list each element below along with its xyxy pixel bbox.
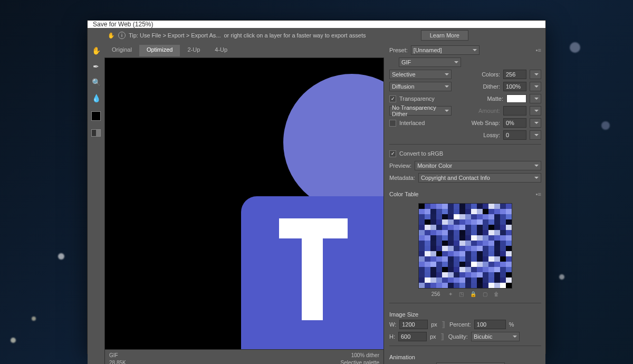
color-swatch[interactable] xyxy=(425,267,430,272)
color-swatch[interactable] xyxy=(430,241,436,246)
color-swatch[interactable] xyxy=(477,246,483,251)
color-swatch[interactable] xyxy=(494,204,500,209)
color-swatch[interactable] xyxy=(471,251,477,256)
color-swatch[interactable] xyxy=(465,272,471,277)
color-swatch[interactable] xyxy=(454,246,459,251)
color-swatch[interactable] xyxy=(459,262,465,267)
color-swatch[interactable] xyxy=(471,225,477,230)
color-swatch[interactable] xyxy=(471,272,477,277)
color-swatch[interactable] xyxy=(436,246,442,251)
color-swatch[interactable] xyxy=(442,251,448,256)
color-swatch[interactable] xyxy=(419,277,425,283)
color-swatch[interactable] xyxy=(448,235,454,241)
color-swatch[interactable] xyxy=(448,262,454,267)
color-swatch[interactable] xyxy=(465,225,471,230)
format-select[interactable]: GIF xyxy=(399,58,461,67)
color-swatch[interactable] xyxy=(506,209,512,214)
color-swatch[interactable] xyxy=(459,235,465,241)
color-swatch[interactable] xyxy=(459,219,465,225)
color-swatch[interactable] xyxy=(488,251,494,256)
link-icon[interactable]: ⟧ xyxy=(442,320,445,329)
tab-optimized[interactable]: Optimized xyxy=(139,45,180,56)
color-swatch[interactable] xyxy=(488,230,494,235)
color-swatch[interactable] xyxy=(483,225,488,230)
color-swatch[interactable] xyxy=(500,214,506,219)
transparency-dither-select[interactable]: No Transparency Dither xyxy=(389,106,452,116)
color-swatch[interactable] xyxy=(488,225,494,230)
color-swatch[interactable] xyxy=(459,246,465,251)
color-swatch[interactable] xyxy=(454,235,459,241)
color-swatch[interactable] xyxy=(454,214,459,219)
color-swatch[interactable] xyxy=(494,283,500,288)
color-swatch[interactable] xyxy=(477,267,483,272)
color-swatch[interactable] xyxy=(442,219,448,225)
color-swatch[interactable] xyxy=(477,241,483,246)
color-swatch[interactable] xyxy=(425,230,430,235)
color-swatch[interactable] xyxy=(483,283,488,288)
zoom-tool-icon[interactable]: 🔍 xyxy=(90,76,102,88)
color-swatch[interactable] xyxy=(442,246,448,251)
color-swatch[interactable] xyxy=(477,209,483,214)
color-swatch[interactable] xyxy=(471,262,477,267)
color-swatch[interactable] xyxy=(425,241,430,246)
preview-canvas[interactable] xyxy=(104,58,384,350)
color-swatch[interactable] xyxy=(436,267,442,272)
color-swatch[interactable] xyxy=(477,251,483,256)
color-swatch[interactable] xyxy=(425,214,430,219)
color-swatch[interactable] xyxy=(430,277,436,283)
tab-2up[interactable]: 2-Up xyxy=(180,45,207,56)
color-swatch[interactable] xyxy=(483,267,488,272)
color-swatch[interactable] xyxy=(454,277,459,283)
color-swatch[interactable] xyxy=(419,230,425,235)
dither-input[interactable]: 100% xyxy=(503,82,526,91)
color-table[interactable] xyxy=(418,203,512,289)
height-input[interactable]: 600 xyxy=(398,332,427,341)
color-swatch[interactable] xyxy=(436,241,442,246)
color-swatch[interactable] xyxy=(430,204,436,209)
color-swatch[interactable] xyxy=(471,214,477,219)
color-swatch[interactable] xyxy=(506,283,512,288)
ct-lock-icon[interactable]: 🔒 xyxy=(470,291,476,297)
color-swatch[interactable] xyxy=(483,277,488,283)
color-swatch[interactable] xyxy=(488,219,494,225)
color-swatch[interactable] xyxy=(488,283,494,288)
color-swatch[interactable] xyxy=(500,209,506,214)
color-swatch[interactable] xyxy=(419,272,425,277)
ct-icon-2[interactable]: ◳ xyxy=(459,291,464,297)
color-swatch[interactable] xyxy=(419,204,425,209)
color-swatch[interactable] xyxy=(488,241,494,246)
color-swatch[interactable] xyxy=(494,251,500,256)
color-swatch[interactable] xyxy=(471,235,477,241)
color-swatch[interactable] xyxy=(494,219,500,225)
color-swatch[interactable] xyxy=(500,204,506,209)
hand-tool-icon[interactable]: ✋ xyxy=(90,45,102,56)
color-swatch[interactable] xyxy=(442,272,448,277)
color-swatch[interactable] xyxy=(471,230,477,235)
color-swatch[interactable] xyxy=(436,235,442,241)
eyedropper-tool-icon[interactable]: 💧 xyxy=(90,92,102,104)
color-swatch[interactable] xyxy=(483,214,488,219)
color-swatch[interactable] xyxy=(419,225,425,230)
color-swatch[interactable] xyxy=(459,225,465,230)
color-swatch[interactable] xyxy=(506,272,512,277)
color-swatch[interactable] xyxy=(425,209,430,214)
color-swatch[interactable] xyxy=(419,283,425,288)
color-swatch[interactable] xyxy=(419,219,425,225)
color-swatch[interactable] xyxy=(442,214,448,219)
color-swatch[interactable] xyxy=(500,241,506,246)
color-swatch[interactable] xyxy=(448,272,454,277)
color-swatch[interactable] xyxy=(506,267,512,272)
color-swatch[interactable] xyxy=(500,277,506,283)
color-swatch[interactable] xyxy=(506,256,512,262)
color-swatch[interactable] xyxy=(488,204,494,209)
color-swatch[interactable] xyxy=(454,204,459,209)
color-swatch[interactable] xyxy=(494,256,500,262)
color-swatch[interactable] xyxy=(436,204,442,209)
color-swatch[interactable] xyxy=(430,251,436,256)
color-swatch[interactable] xyxy=(454,230,459,235)
color-swatch[interactable] xyxy=(436,277,442,283)
color-table-menu-icon[interactable]: ▪≡ xyxy=(536,191,541,197)
color-swatch[interactable] xyxy=(436,214,442,219)
color-swatch[interactable] xyxy=(506,235,512,241)
preset-menu-icon[interactable]: ▪≡ xyxy=(536,47,541,53)
